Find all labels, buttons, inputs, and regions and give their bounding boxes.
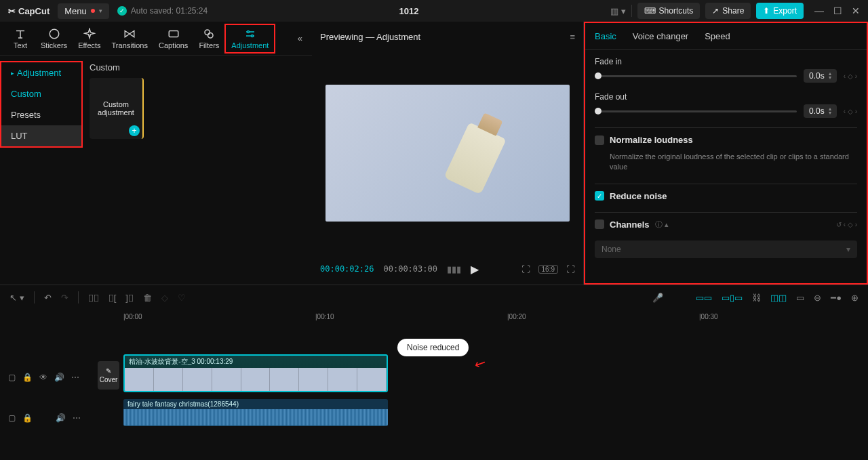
crop-icon[interactable]: ⛶ [521,264,530,274]
split-icon[interactable]: ⌷⌷ [88,293,99,303]
video-track-controls[interactable]: ▢🔒👁🔊⋯ [0,357,95,398]
link-icon[interactable]: ▭▯▭ [722,293,743,303]
tool-tabs: Text Stickers Effects Transitions Captio… [0,22,312,56]
shortcuts-button[interactable]: ⌨Shortcuts [637,3,701,19]
sidenav-presets[interactable]: Presets [1,104,81,125]
fadeout-slider[interactable] [595,110,797,112]
insp-tab-speed[interactable]: Speed [705,31,730,41]
snap-icon[interactable]: ◫◫ [770,293,787,303]
sidenav-custom[interactable]: Custom [1,83,81,104]
svg-point-2 [205,30,210,35]
titlebar: ✂CapCut Menu▾ ✓Auto saved: 01:25:24 1012… [0,0,868,22]
asset-section-label: Custom [90,62,305,72]
preview-icon[interactable]: ▭ [796,293,804,303]
tab-text[interactable]: Text [5,25,35,52]
tool-a[interactable]: ◇ [161,293,168,303]
audio-clip[interactable]: fairy tale fantasy christmas(1286544) [123,399,388,426]
collapse-icon[interactable]: « [294,29,307,47]
timeline-ruler[interactable]: |00:00 |00:10 |00:20 |00:30 [0,310,868,323]
tab-transitions[interactable]: Transitions [106,25,153,52]
chain-icon[interactable]: ⛓ [752,293,761,303]
preview-title: Previewing — Adjustment [320,32,420,42]
insp-tab-basic[interactable]: Basic [595,31,616,41]
preview-canvas[interactable] [326,85,570,222]
play-icon[interactable]: ▶ [471,263,479,276]
split-left-icon[interactable]: ⌷[ [108,293,117,303]
fadein-slider[interactable] [595,75,797,77]
insp-tab-voice[interactable]: Voice changer [633,31,688,41]
delete-icon[interactable]: 🗑 [143,293,152,303]
normalize-checkbox[interactable] [595,135,604,145]
fadeout-label: Fade out [595,92,857,102]
magnet-icon[interactable]: ▭▭ [696,293,712,303]
asset-custom-adjustment[interactable]: Custom adjustment + [90,78,144,139]
redo-icon[interactable]: ↷ [61,293,68,303]
share-button[interactable]: ↗Share [705,3,751,19]
tab-stickers[interactable]: Stickers [35,25,73,52]
channels-select[interactable]: None▾ [595,241,857,258]
tooltip-noise-reduced: Noise reduced [397,339,469,356]
menu-button[interactable]: Menu▾ [58,3,109,19]
inspector-panel: Basic Voice changer Speed Fade in 0.0s▴▾… [584,22,868,285]
tool-b[interactable]: ♡ [178,293,186,303]
preview-menu-icon[interactable]: ≡ [570,32,575,42]
zoom-slider[interactable]: ━● [831,293,842,303]
reduce-noise-checkbox[interactable]: ✓ [595,191,604,201]
normalize-desc: Normalize the original loudness of the s… [595,152,857,180]
cursor-tool[interactable]: ↖ ▾ [9,293,24,303]
tab-filters[interactable]: Filters [193,25,224,52]
sidenav-header[interactable]: ▸Adjustment [1,62,81,83]
cover-button[interactable]: ✎Cover [98,361,119,390]
minimize-icon[interactable]: — [814,5,824,16]
add-icon[interactable]: + [129,125,140,136]
zoom-out-icon[interactable]: ⊖ [814,293,821,303]
timeline: ↖ ▾ ↶ ↷ ⌷⌷ ⌷[ ]⌷ 🗑 ◇ ♡ 🎤 ▭▭ ▭▯▭ ⛓ ◫◫ ▭ ⊖… [0,285,868,460]
export-button[interactable]: ⬆Export [756,3,804,19]
layout-icon[interactable]: ▥ ▾ [610,6,626,16]
sidenav-lut[interactable]: LUT [1,125,81,146]
preview-panel: Previewing — Adjustment ≡ 00:00:02:26 00… [312,22,583,285]
fadein-label: Fade in [595,57,857,66]
fadein-value[interactable]: 0.0s▴▾ [804,69,837,83]
fullscreen-icon[interactable]: ⛶ [566,264,575,274]
reduce-noise-label: Reduce noise [610,191,667,201]
normalize-label: Normalize loudness [610,135,693,145]
tab-captions[interactable]: Captions [153,25,193,52]
svg-rect-1 [169,30,178,37]
undo-icon[interactable]: ↶ [44,293,52,303]
app-logo: ✂CapCut [8,6,50,16]
video-clip[interactable]: 精油-水波纹背景-空_3 00:00:13:29 [123,354,388,392]
autosave-status: ✓Auto saved: 01:25:24 [117,6,208,16]
tab-effects[interactable]: Effects [73,25,106,52]
channels-checkbox[interactable] [595,219,604,229]
svg-point-3 [208,33,214,38]
aspect-ratio[interactable]: 16:9 [538,265,558,274]
channels-label: Channels [610,219,650,230]
svg-point-4 [247,30,249,33]
zoom-in-icon[interactable]: ⊕ [851,293,859,303]
tab-adjustment[interactable]: Adjustment [224,24,275,54]
project-title: 1012 [216,6,602,16]
close-icon[interactable]: ✕ [852,5,860,16]
fadeout-value[interactable]: 0.0s▴▾ [804,104,837,118]
timecode-current: 00:00:02:26 [320,264,374,274]
volume-bars-icon[interactable]: ▮▮▮ [447,264,461,274]
mic-icon[interactable]: 🎤 [652,293,663,303]
maximize-icon[interactable]: ☐ [833,5,842,16]
timecode-total: 00:00:03:00 [383,264,437,274]
split-right-icon[interactable]: ]⌷ [125,293,134,303]
audio-track-controls[interactable]: ▢🔒🔊⋯ [0,398,95,438]
svg-point-5 [251,35,253,37]
svg-point-0 [50,29,59,39]
